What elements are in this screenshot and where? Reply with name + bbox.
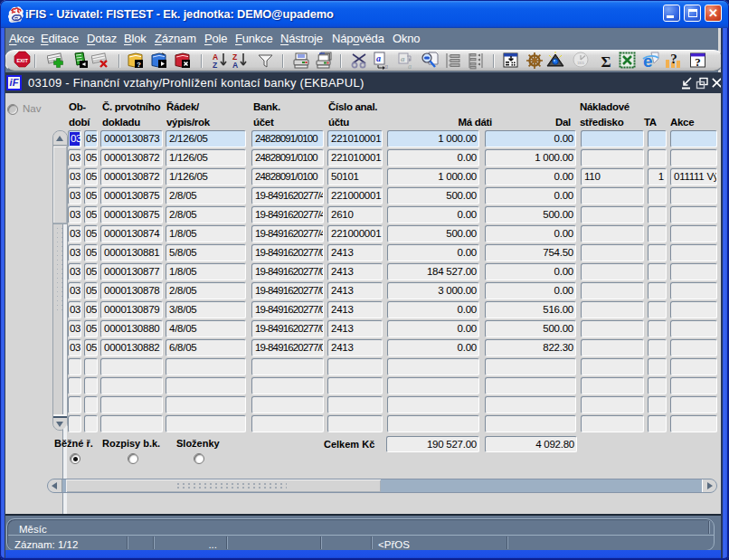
svg-text:a: a xyxy=(408,62,412,70)
svg-text:?: ? xyxy=(137,61,141,69)
svg-text:e: e xyxy=(643,52,653,70)
svg-text:a: a xyxy=(384,62,388,70)
svg-text:a: a xyxy=(376,53,381,63)
svg-text:EXIT: EXIT xyxy=(16,58,28,63)
svg-text:a: a xyxy=(401,54,405,63)
svg-text:?: ? xyxy=(670,52,677,66)
svg-text:?: ? xyxy=(695,55,701,69)
svg-text:A: A xyxy=(232,61,238,70)
svg-text:Z: Z xyxy=(213,61,217,70)
svg-text:Σ: Σ xyxy=(601,53,611,71)
svg-text:1315: 1315 xyxy=(577,62,584,65)
